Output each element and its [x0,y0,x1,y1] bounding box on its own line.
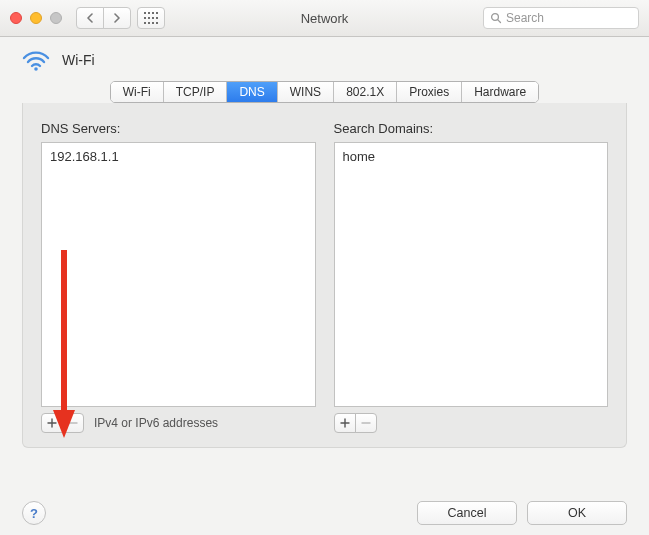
search-domains-column: Search Domains: home [334,121,609,433]
dns-add-remove-group [41,413,84,433]
search-domains-list[interactable]: home [334,142,609,407]
domains-remove-button[interactable] [355,413,377,433]
svg-rect-2 [152,12,154,14]
dns-servers-list[interactable]: 192.168.1.1 [41,142,316,407]
tab-tcp-ip[interactable]: TCP/IP [164,82,228,102]
svg-point-14 [34,67,38,71]
svg-rect-8 [144,22,146,24]
svg-rect-3 [156,12,158,14]
dns-panel: DNS Servers: 192.168.1.1 IPv4 or IPv6 ad… [22,103,627,448]
close-button[interactable] [10,12,22,24]
svg-rect-0 [144,12,146,14]
ok-label: OK [568,506,586,520]
nav-buttons [76,7,131,29]
search-domain-item[interactable]: home [341,147,602,166]
titlebar: Network Search [0,0,649,37]
dns-servers-label: DNS Servers: [41,121,316,136]
help-icon: ? [30,506,38,521]
svg-rect-5 [148,17,150,19]
tab-wi-fi[interactable]: Wi-Fi [111,82,164,102]
dns-server-item[interactable]: 192.168.1.1 [48,147,309,166]
plus-icon [340,418,350,428]
svg-rect-6 [152,17,154,19]
cancel-label: Cancel [448,506,487,520]
forward-button[interactable] [103,7,131,29]
domains-add-remove-group [334,413,377,433]
ok-button[interactable]: OK [527,501,627,525]
show-all-button[interactable] [137,7,165,29]
minus-icon [361,418,371,428]
search-domains-label: Search Domains: [334,121,609,136]
search-icon [490,12,502,24]
svg-rect-7 [156,17,158,19]
tab-wins[interactable]: WINS [278,82,334,102]
tabs-row: Wi-FiTCP/IPDNSWINS802.1XProxiesHardware [0,77,649,103]
bottom-bar: ? Cancel OK [0,501,649,525]
search-placeholder: Search [506,11,544,25]
svg-line-13 [498,20,501,23]
traffic-lights [10,12,62,24]
minus-icon [68,418,78,428]
search-field[interactable]: Search [483,7,639,29]
tab-dns[interactable]: DNS [227,82,277,102]
zoom-button[interactable] [50,12,62,24]
header-row: Wi-Fi [0,37,649,77]
help-button[interactable]: ? [22,501,46,525]
svg-rect-11 [156,22,158,24]
dns-remove-button[interactable] [62,413,84,433]
cancel-button[interactable]: Cancel [417,501,517,525]
minimize-button[interactable] [30,12,42,24]
network-window: Network Search Wi-Fi Wi-FiTCP/IPDNSWINS8… [0,0,649,535]
tab-hardware[interactable]: Hardware [462,82,538,102]
dns-hint: IPv4 or IPv6 addresses [94,416,218,430]
plus-icon [47,418,57,428]
domains-add-button[interactable] [334,413,356,433]
chevron-right-icon [113,13,121,23]
wifi-icon [22,49,50,71]
tab-proxies[interactable]: Proxies [397,82,462,102]
dns-servers-column: DNS Servers: 192.168.1.1 IPv4 or IPv6 ad… [41,121,316,433]
svg-rect-1 [148,12,150,14]
tabs: Wi-FiTCP/IPDNSWINS802.1XProxiesHardware [110,81,539,103]
back-button[interactable] [76,7,104,29]
tab-802-1x[interactable]: 802.1X [334,82,397,102]
svg-rect-4 [144,17,146,19]
connection-name: Wi-Fi [62,52,95,68]
chevron-left-icon [86,13,94,23]
dns-add-button[interactable] [41,413,63,433]
svg-rect-9 [148,22,150,24]
grid-icon [144,12,158,24]
svg-rect-10 [152,22,154,24]
